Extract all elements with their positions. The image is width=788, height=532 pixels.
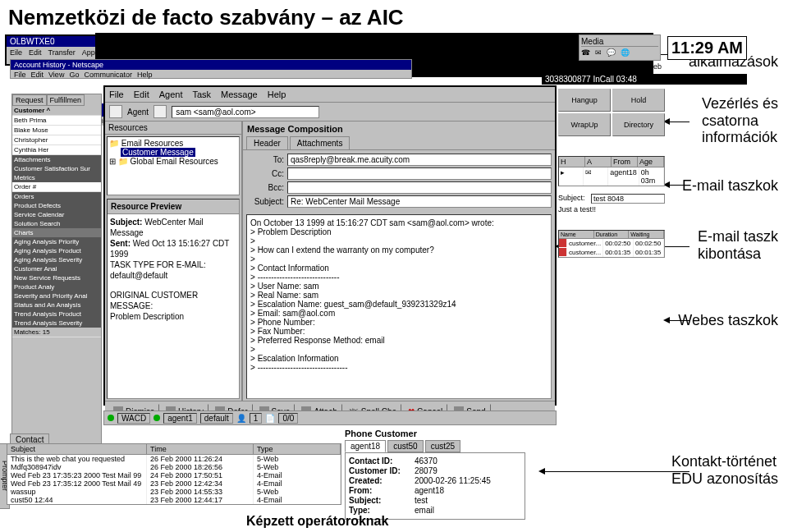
fulfillment-panel: Request Fulfillmen Customer ^ Beth Prima… [11, 94, 102, 447]
netscape-window: Account History - Netscape FileEditViewG… [10, 59, 412, 79]
history-row[interactable]: This is the web chat you requested26 Feb… [7, 455, 341, 463]
status-dot-icon [108, 415, 114, 421]
resource-tree[interactable]: 📁 Email Resources Customer Message ⊞ 📁 G… [107, 136, 240, 195]
netscape-menu[interactable]: FileEditViewGoCommunicatorHelp [11, 70, 411, 80]
nav-item[interactable]: Customer Satisfaction Sur [12, 164, 101, 173]
wacd-statusbar: WACD agent1 default 👤 1 📄 0/0 [103, 410, 557, 425]
history-row[interactable]: wassup23 Feb 2000 14:55:335-Web [7, 488, 341, 496]
incall-bar: 3038300877 InCall 03:48 [542, 74, 747, 85]
media-panel: Media ☎ ✉ 💬 🌐 [579, 34, 661, 61]
page-title: Nemzetközi de facto szabvány – az AIC [0, 0, 788, 35]
customer-row[interactable]: Blake Mose [12, 126, 101, 135]
tab-header[interactable]: Header [246, 136, 288, 149]
nav-item[interactable]: Severity and Priority Anal [12, 291, 101, 300]
agent-field[interactable]: sam <sam@aol.com> [172, 106, 319, 118]
nav-item[interactable]: Solution Search [12, 219, 101, 228]
history-row[interactable]: cust50 12:4423 Feb 2000 12:44:174-Email [7, 496, 341, 504]
customer-row[interactable]: Beth Prima [12, 116, 101, 126]
history-row[interactable]: Wed Feb 23 17:35:12 2000 Test Mail 4923 … [7, 479, 341, 488]
hold-button[interactable]: Hold [612, 89, 665, 112]
task-row[interactable]: customer...00:02:5000:02:50 [559, 239, 664, 248]
nav-item[interactable]: Metrics [12, 173, 101, 182]
subject-preview: Subject:test 8048 Just a test!! [558, 194, 665, 225]
wrapup-button[interactable]: WrapUp [558, 113, 611, 136]
nav-item[interactable]: New Service Requests [12, 273, 101, 282]
phone-icon[interactable]: ☎ [581, 48, 590, 57]
annot-channels: Vezérlés éscsatornainformációk [702, 95, 778, 146]
nav-item[interactable]: Aging Analysis Product [12, 246, 101, 255]
nav-item[interactable]: Product Analy [12, 282, 101, 291]
tab-cust25[interactable]: cust25 [425, 440, 460, 452]
task-row[interactable]: customer...00:01:3500:01:35 [559, 248, 664, 257]
nav-item[interactable]: Customer Anal [12, 264, 101, 273]
nav-item[interactable]: Trend Analysis Product [12, 310, 101, 319]
agent-label: Agent [127, 108, 149, 117]
nav-item[interactable]: Product Defects [12, 201, 101, 210]
main-menu[interactable]: FileEditAgentTaskMessageHelp [105, 87, 555, 103]
history-row[interactable]: Wed Feb 23 17:35:23 2000 Test Mail 9924 … [7, 471, 341, 479]
customer-row[interactable]: Cynthia Her [12, 145, 101, 155]
annot-email-tasks: E-mail taszkok [682, 177, 778, 195]
nav-item[interactable]: Order # [12, 182, 101, 192]
nav-item[interactable]: Status and An Analysis [12, 300, 101, 310]
doc-icon: 📄 [265, 414, 275, 423]
resources-header: Resources [105, 122, 241, 135]
directory-button[interactable]: Directory [612, 113, 665, 136]
agent-row[interactable]: ▸✉agent180h 03m [559, 167, 664, 186]
agent-icon[interactable] [109, 105, 122, 118]
nav-item[interactable]: Trend Analysis Severity [12, 319, 101, 328]
resource-preview: Resource Preview Subject: WebCenter Mail… [107, 199, 240, 399]
customer-row[interactable]: Christopher [12, 135, 101, 145]
compose-header: Message Composition [243, 122, 555, 136]
person-icon [559, 248, 567, 256]
web-icon[interactable]: 🌐 [621, 48, 630, 57]
tab-attachments[interactable]: Attachments [290, 136, 350, 149]
annot-contact-history: Kontakt-történetEDU azonosítás [671, 453, 778, 487]
phone-customer-panel: Phone Customer agent18 cust50 cust25 Con… [345, 429, 665, 520]
agent-status-text: agent11 max 1 voice, 2 email, 3 web [542, 62, 747, 71]
tree-selected: Customer Message [121, 148, 195, 157]
nav-item[interactable]: Attachments [12, 155, 101, 164]
status-dot-icon [153, 415, 160, 421]
person-icon [153, 105, 167, 118]
tab-cust50[interactable]: cust50 [387, 440, 423, 452]
annot-email-expand: E-mail taszkkibontása [698, 228, 778, 262]
history-row[interactable]: Mdfq308947idv26 Feb 2000 18:26:565-Web [7, 463, 341, 471]
tab-agent18[interactable]: agent18 [345, 440, 386, 452]
channel-buttons: Hangup Hold WrapUp Directory [558, 89, 665, 136]
customer-task-list: NameDurationWaiting customer...00:02:500… [558, 230, 665, 258]
nav-item[interactable]: Orders [12, 192, 101, 201]
message-body[interactable]: On October 13 1999 at 15:16:27 CDT sam <… [246, 214, 552, 399]
tab-fulfillment[interactable]: Fulfillmen [47, 94, 85, 106]
customer-header[interactable]: Customer ^ [12, 106, 101, 116]
contact-history-list: SubjectTimeType This is the web chat you… [7, 443, 341, 505]
tab-request[interactable]: Request [12, 94, 47, 106]
person-icon: 👤 [236, 414, 246, 423]
nav-item[interactable]: Aging Analysis Priority [12, 237, 101, 246]
bcc-field[interactable] [287, 181, 552, 194]
hangup-button[interactable]: Hangup [558, 89, 611, 112]
annot-web-tasks: Webes taszkok [678, 312, 778, 329]
nav-item[interactable]: Aging Analysis Severity [12, 255, 101, 264]
netscape-title: Account History - Netscape [14, 61, 103, 69]
mail-icon[interactable]: ✉ [595, 48, 602, 57]
nav-item[interactable]: Charts [12, 228, 101, 237]
email-task-window: FileEditAgentTaskMessageHelp Agent sam <… [103, 85, 557, 406]
clock: 11:29 AM [667, 36, 747, 60]
cc-field[interactable] [287, 167, 552, 180]
to-field[interactable]: qas8reply@break.me.acuity.com [287, 154, 552, 166]
bottom-caption: Képzett operátoroknak [246, 514, 388, 529]
terminal-title: OLBWTXE0 [10, 37, 54, 46]
subject-field[interactable]: Re: WebCenter Mail Message [287, 195, 552, 208]
nav-item[interactable]: Service Calendar [12, 210, 101, 219]
chat-icon[interactable]: 💬 [607, 48, 616, 57]
agent-table: HAFromAge ▸✉agent180h 03m [558, 156, 665, 186]
media-header: Media [581, 37, 658, 47]
person-icon [559, 239, 567, 247]
